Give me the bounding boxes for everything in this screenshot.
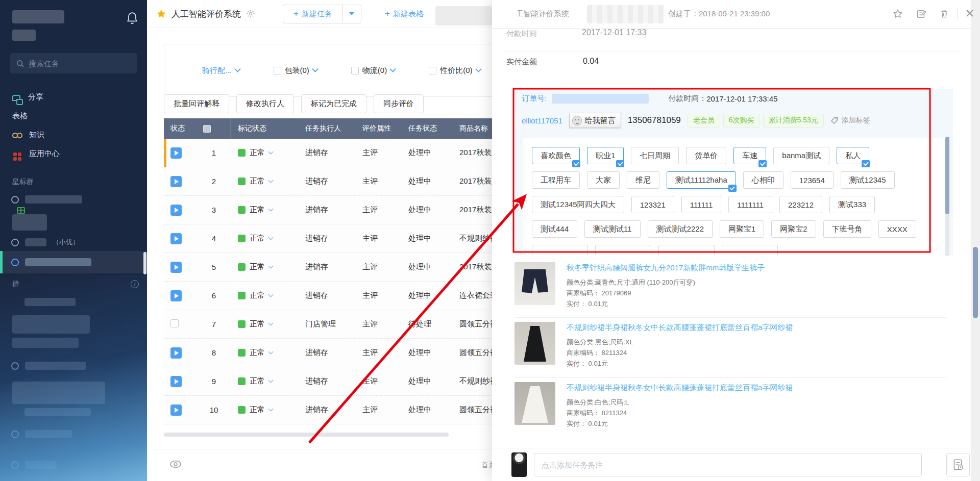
tag-button[interactable]: 123654 bbox=[791, 171, 834, 189]
gear-icon[interactable] bbox=[246, 9, 255, 18]
tag-button[interactable] bbox=[658, 245, 715, 255]
tag-button[interactable]: 车速 bbox=[733, 147, 766, 164]
filter-dropdown[interactable]: 包装(0) bbox=[274, 66, 317, 75]
add-tag-button[interactable]: 添加标签 bbox=[830, 116, 870, 125]
play-button[interactable] bbox=[170, 233, 182, 244]
task-search[interactable] bbox=[10, 53, 137, 73]
trash-icon[interactable] bbox=[939, 8, 949, 19]
notifications-bell-icon[interactable] bbox=[126, 11, 139, 26]
sidebar-item[interactable]: 表格 bbox=[0, 107, 147, 125]
task-note-input[interactable] bbox=[534, 453, 922, 476]
tag-button[interactable]: 测试测试2222 bbox=[648, 220, 713, 238]
play-button[interactable] bbox=[170, 262, 182, 273]
tag-button[interactable]: 网聚宝2 bbox=[771, 220, 816, 238]
tag-button[interactable]: 私人 bbox=[837, 147, 869, 164]
starred-group-item-selected[interactable] bbox=[0, 251, 147, 273]
tag-button[interactable]: 测试444 bbox=[532, 220, 577, 238]
play-button[interactable] bbox=[170, 347, 182, 359]
tag-button[interactable]: 测试12345阿四大四大 bbox=[532, 196, 624, 213]
new-sheet-button[interactable]: + 新建表格 bbox=[385, 9, 424, 19]
play-button[interactable] bbox=[170, 376, 182, 387]
table-row[interactable]: 6 正常 进销存 主评 处理中 连衣裙套装女20 bbox=[164, 282, 492, 310]
starred-group-item[interactable]: （小优） bbox=[0, 234, 147, 251]
favorite-star-icon[interactable] bbox=[156, 9, 166, 19]
tag-button[interactable]: 大家 bbox=[587, 171, 620, 189]
tag-button[interactable] bbox=[532, 245, 588, 255]
group-item[interactable] bbox=[0, 357, 147, 374]
tag-button[interactable]: banma测试 bbox=[773, 147, 829, 164]
group-item[interactable] bbox=[0, 425, 147, 443]
message-me-button[interactable]: 给我留言 bbox=[569, 113, 621, 128]
table-row[interactable]: 10 正常 进销存 主评 处理中 圆领五分袖女宽 bbox=[164, 396, 492, 424]
play-button[interactable] bbox=[170, 176, 182, 187]
bulk-action-button[interactable]: 标记为已完成 bbox=[301, 94, 366, 113]
table-row[interactable]: 3 正常 进销存 主评 处理中 2017秋装新款女 bbox=[164, 196, 492, 224]
play-button[interactable] bbox=[170, 290, 182, 301]
select-all-checkbox[interactable] bbox=[203, 125, 211, 133]
chevron-down-icon[interactable] bbox=[268, 235, 274, 240]
sidebar-item[interactable]: 知识 bbox=[0, 125, 147, 144]
product-title-link[interactable]: 秋冬季针织高腰阔腿裤女九分2017新款胖mm韩版学生裤子 bbox=[567, 263, 765, 273]
tag-button[interactable]: 测试12345 bbox=[841, 171, 895, 189]
table-row[interactable]: 4 正常 进销存 主评 处理中 不规则纱裙半身 bbox=[164, 224, 492, 253]
play-button[interactable] bbox=[170, 404, 182, 416]
chevron-down-icon[interactable] bbox=[268, 406, 274, 411]
tag-button[interactable] bbox=[722, 245, 778, 255]
tag-button[interactable]: 123321 bbox=[631, 196, 674, 213]
chevron-down-icon[interactable] bbox=[268, 349, 274, 354]
tag-button[interactable]: 货单价 bbox=[686, 147, 726, 164]
play-button[interactable] bbox=[170, 205, 182, 216]
product-title-link[interactable]: 不规则纱裙半身裙秋冬女中长款高腰蓬蓬裙打底蕾丝百褶a字网纱裙 bbox=[567, 383, 793, 393]
buyer-name-link[interactable]: elliot117051 bbox=[522, 116, 562, 125]
tag-button[interactable]: 223212 bbox=[779, 196, 822, 213]
sidebar-item[interactable]: 应用中心 bbox=[0, 144, 147, 163]
chevron-down-icon[interactable] bbox=[268, 377, 274, 383]
sidebar-item[interactable]: 分享 bbox=[0, 88, 147, 107]
filter-dropdown[interactable]: 性价比(0) bbox=[429, 66, 480, 75]
horizontal-scrollbar[interactable] bbox=[164, 433, 449, 437]
tag-button[interactable]: 下班号角 bbox=[823, 220, 871, 238]
tag-button[interactable]: 七日周期 bbox=[631, 147, 679, 164]
tag-button[interactable]: 职业1 bbox=[587, 147, 624, 164]
bulk-action-button[interactable]: 同步评价 bbox=[374, 94, 424, 113]
starred-group-item[interactable] bbox=[0, 191, 147, 208]
product-image[interactable] bbox=[514, 322, 555, 365]
panel-scrollbar[interactable] bbox=[971, 0, 980, 481]
tag-button[interactable]: XXXX bbox=[878, 220, 916, 238]
close-icon[interactable] bbox=[965, 8, 975, 18]
first-page-link[interactable]: 首页 bbox=[481, 461, 492, 470]
new-task-button[interactable]: + 新建任务 bbox=[283, 5, 342, 23]
bulk-action-button[interactable]: 批量回评解释 bbox=[164, 94, 229, 113]
star-outline-icon[interactable] bbox=[892, 8, 903, 19]
table-row[interactable]: 5 正常 进销存 主评 处理中 2017秋装新款女 bbox=[164, 253, 492, 282]
tag-area-scrollbar[interactable] bbox=[945, 137, 949, 256]
chevron-down-icon[interactable] bbox=[268, 206, 274, 211]
row-checkbox[interactable] bbox=[170, 319, 179, 327]
play-button[interactable] bbox=[170, 147, 182, 159]
chevron-down-icon[interactable] bbox=[268, 292, 274, 297]
tag-button[interactable]: 111111 bbox=[681, 196, 722, 213]
table-row[interactable]: 8 正常 进销存 主评 处理中 圆领五分袖女宽 bbox=[164, 339, 492, 367]
filter-checkbox[interactable] bbox=[274, 67, 281, 74]
chevron-down-icon[interactable] bbox=[268, 263, 274, 268]
bulk-action-button[interactable]: 修改执行人 bbox=[236, 94, 294, 113]
search-input[interactable] bbox=[29, 59, 131, 68]
eye-icon[interactable] bbox=[169, 460, 182, 469]
table-row[interactable]: 9 正常 进销存 主评 处理中 不规则纱裙半身 bbox=[164, 367, 492, 396]
product-image[interactable] bbox=[514, 382, 555, 425]
group-item[interactable] bbox=[0, 456, 147, 473]
info-icon[interactable]: i bbox=[131, 280, 139, 288]
tag-button[interactable]: 维尼 bbox=[627, 171, 659, 189]
tag-button[interactable]: 工程用车 bbox=[532, 171, 580, 189]
tag-button[interactable]: 网聚宝1 bbox=[720, 220, 764, 238]
edit-icon[interactable] bbox=[916, 8, 927, 19]
table-row[interactable]: 7 正常 门店管理 主评 待处理 圆领五分袖女宽 bbox=[164, 310, 492, 339]
product-title-link[interactable]: 不规则纱裙半身裙秋冬女中长款高腰蓬蓬裙打底蕾丝百褶a字网纱裙 bbox=[567, 323, 793, 333]
note-log-button[interactable] bbox=[946, 453, 970, 476]
tag-button[interactable]: 测试测试11 bbox=[584, 220, 641, 238]
new-task-dropdown[interactable] bbox=[342, 5, 361, 23]
filter-dropdown[interactable]: 物流(0) bbox=[351, 66, 395, 75]
filter-checkbox[interactable] bbox=[351, 67, 359, 74]
table-row[interactable]: 2 正常 进销存 主评 处理中 2017秋装新款女 bbox=[164, 167, 492, 196]
filter-primary-dropdown[interactable]: 骑行配... bbox=[202, 66, 240, 75]
